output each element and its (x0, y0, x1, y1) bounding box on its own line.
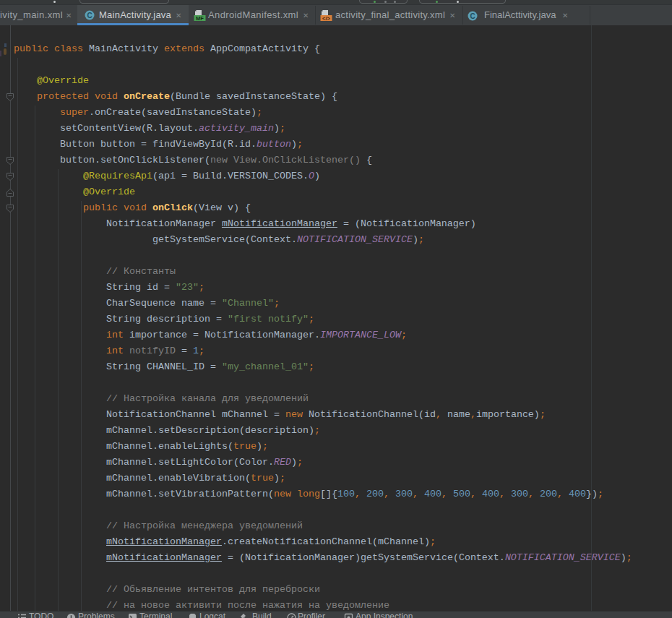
svg-text:MF: MF (196, 15, 204, 22)
svg-text:</>: </> (322, 15, 330, 22)
svg-text:C: C (87, 12, 92, 20)
svg-text:C: C (470, 12, 475, 20)
